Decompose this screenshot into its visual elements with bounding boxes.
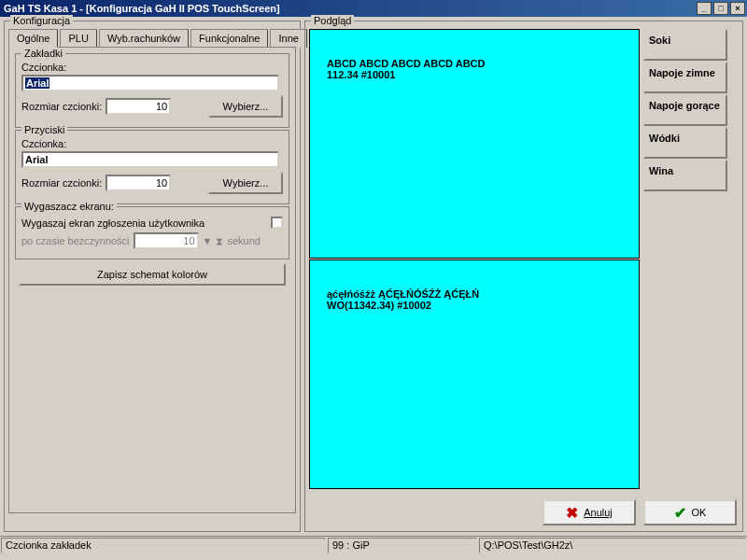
window-title: GaH TS Kasa 1 - [Konfiguracja GaH II POS… — [2, 3, 695, 14]
idle-label: po czasie bezczynności — [21, 235, 130, 246]
przyciski-size-input[interactable] — [106, 175, 171, 191]
status-user: 99 : GiP — [328, 538, 477, 553]
zakladki-size-input[interactable] — [106, 98, 171, 115]
zakladki-font-input[interactable]: Arial — [21, 75, 279, 91]
idle-input — [134, 232, 199, 249]
zakladki-legend: Zakładki — [21, 48, 65, 59]
preview-panel: Podgląd ABCD ABCD ABCD ABCD ABCD 112.34 … — [304, 21, 743, 532]
save-scheme-button[interactable]: Zapisz schemat kolorów — [19, 263, 286, 286]
category-wodki[interactable]: Wódki — [643, 127, 727, 159]
minimize-button[interactable]: _ — [697, 2, 712, 15]
statusbar: Czcionka zakładek 99 : GiP Q:\POS\Test\G… — [0, 536, 747, 554]
category-napoje-gorace[interactable]: Napoje gorące — [643, 94, 727, 126]
category-napoje-zimne[interactable]: Napoje zimne — [643, 62, 727, 93]
przyciski-size-label: Rozmiar czcionki: — [21, 177, 102, 189]
tab-general[interactable]: Ogólne — [8, 29, 58, 48]
tab-plu[interactable]: PLU — [60, 29, 96, 48]
config-panel: Konfiguracja Ogólne PLU Wyb.rachunków Fu… — [4, 21, 301, 532]
preview-tile-1: ABCD ABCD ABCD ABCD ABCD 112.34 #10001 — [309, 29, 640, 259]
tab-functional[interactable]: Funkcjonalne — [190, 29, 268, 48]
zakladki-choose-button[interactable]: Wybierz... — [208, 95, 283, 118]
preview-legend: Podgląd — [311, 15, 354, 26]
przyciski-choose-button[interactable]: Wybierz... — [208, 172, 283, 194]
close-button[interactable]: × — [730, 2, 745, 15]
tab-bills[interactable]: Wyb.rachunków — [99, 29, 189, 48]
zakladki-group: Zakładki Czcionka: Arial Rozmiar czcionk… — [15, 53, 289, 128]
screensaver-checkbox-label: Wygaszaj ekran zgłoszenia użytkownika — [21, 217, 204, 229]
ok-button[interactable]: ✔ OK — [643, 499, 737, 525]
przyciski-font-label: Czcionka: — [21, 138, 283, 149]
config-legend: Konfiguracja — [10, 15, 73, 26]
hourglass-icon: ⧗ — [216, 235, 223, 247]
preview-tile-2: ąćęłńóśźż ĄĆĘŁŃÓŚŹŻ ĄĆĘŁŃ WO(11342.34) #… — [309, 259, 640, 489]
przyciski-font-input[interactable]: Arial — [21, 151, 279, 168]
tabs: Ogólne PLU Wyb.rachunków Funkcjonalne In… — [8, 29, 300, 48]
przyciski-group: Przyciski Czcionka: Arial Rozmiar czcion… — [15, 130, 289, 204]
screensaver-checkbox[interactable] — [271, 217, 283, 229]
spinner-icon: ▼ — [203, 235, 213, 246]
zakladki-font-label: Czcionka: — [21, 62, 283, 73]
przyciski-legend: Przyciski — [21, 124, 67, 135]
status-path: Q:\POS\Test\GH2z\ — [479, 538, 746, 553]
status-hint: Czcionka zakładek — [1, 538, 326, 553]
screensaver-group: Wygaszacz ekranu: Wygaszaj ekran zgłosze… — [15, 206, 289, 259]
cancel-button[interactable]: ✖ Anuluj — [543, 499, 636, 525]
cancel-icon: ✖ — [566, 504, 578, 522]
tab-other[interactable]: Inne — [270, 29, 306, 48]
zakladki-size-label: Rozmiar czcionki: — [21, 101, 102, 112]
screensaver-legend: Wygaszacz ekranu: — [21, 201, 117, 212]
maximize-button[interactable]: □ — [713, 2, 728, 15]
category-wina[interactable]: Wina — [643, 160, 727, 191]
ok-icon: ✔ — [674, 504, 686, 522]
titlebar: GaH TS Kasa 1 - [Konfiguracja GaH II POS… — [0, 0, 747, 17]
seconds-label: sekund — [227, 235, 260, 246]
category-soki[interactable]: Soki — [643, 29, 727, 61]
